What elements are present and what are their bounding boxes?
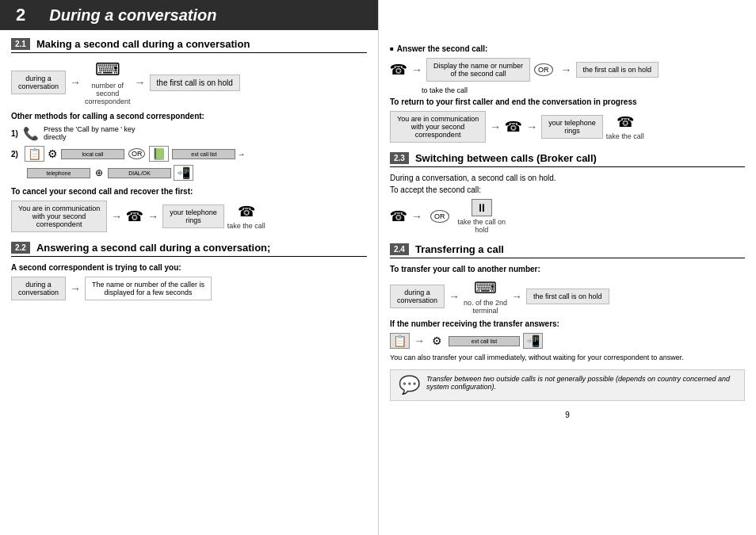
or-circle-broker: OR [430, 210, 449, 223]
arrow-broker1: → [411, 210, 422, 223]
section2-box2: The name or number of the caller is disp… [85, 277, 212, 300]
broker-label: take the call on hold [458, 218, 506, 234]
bullet-answer: ■ [390, 45, 394, 52]
screen-display-2: ext call list [172, 149, 235, 159]
or-circle-answer: OR [534, 63, 553, 76]
transfer-box2: the first call is on hold [526, 289, 609, 304]
handset-return-icon: ☎ [505, 118, 522, 136]
cancel-box2: your telephone rings [162, 204, 224, 228]
dial-transfer-icon: ⌨ [474, 278, 497, 297]
handset-icon-1: 📋 [25, 146, 44, 162]
dial-label: number of second correspondent [85, 82, 131, 105]
also-text: You can also transfer your call immediat… [390, 353, 745, 361]
handset-icon-cancel: ☎ [126, 208, 143, 225]
method1-label: 1) [11, 129, 18, 138]
cancel-title: To cancel your second call and recover t… [11, 187, 367, 196]
section-2-2-num: 2.2 [11, 242, 30, 254]
arrow-if1: → [414, 334, 425, 347]
handset-tf-icon: 📲 [523, 333, 543, 349]
section2-intro: A second correspondent is trying to call… [11, 263, 367, 272]
arrow-icon2: → [135, 76, 146, 89]
section-2-3-title: Switching between calls (Broker call) [415, 152, 597, 164]
handset-answer-icon: ☎ [390, 61, 407, 78]
section-2-2-title: Answering a second call during a convers… [36, 242, 270, 254]
method1-text: Press the 'Call by name ' key directly [44, 125, 135, 141]
hold-icon: ⏸ [472, 199, 492, 216]
arrow-return2: → [526, 120, 537, 133]
gear-icon: ⚙ [48, 147, 58, 160]
arrow-cancel2: → [147, 210, 158, 223]
handset-broker-icon: ☎ [390, 208, 407, 225]
or-icon: OR [128, 148, 146, 159]
arrow-answer1: → [411, 63, 422, 76]
transfer-dial-label: no. of the 2nd terminal [464, 299, 507, 315]
transfer-phone-icon: 📋 [390, 333, 410, 349]
chapter-number: 2 [16, 5, 25, 25]
phone-icon-sm: 📲 [174, 165, 193, 181]
page-number: 9 [390, 411, 745, 419]
section-2-1-title: Making a second call during a conversati… [36, 38, 250, 50]
answer-box1: Display the name or number of the second… [426, 58, 530, 82]
section-2-4-num: 2.4 [390, 243, 409, 255]
return-title: To return to your first caller and end t… [390, 97, 745, 106]
dial-icon: ⌨ [95, 59, 120, 80]
section-2-1-num: 2.1 [11, 38, 30, 50]
plus-icon: ⊕ [95, 167, 103, 178]
note-text: Transfer between two outside calls is no… [426, 375, 736, 391]
arrow-s2: → [70, 282, 81, 295]
answer-label: to take the call [422, 86, 745, 94]
cancel-box1: You are in communication with your secon… [11, 201, 107, 232]
handset-ring2-icon: ☎ [617, 113, 634, 131]
arrow-cancel1: → [111, 210, 122, 223]
section3-intro2: To accept the second call: [390, 185, 745, 194]
arrow-answer2: → [561, 63, 572, 76]
answer-box2: the first call is on hold [576, 62, 659, 78]
section-2-4-title: Transferring a call [415, 243, 504, 255]
if-title: If the number receiving the transfer ans… [390, 319, 745, 328]
gear-transfer-icon: ⚙ [432, 334, 442, 347]
arrow-sm: → [237, 150, 245, 159]
section3-intro1: During a conversation, a second call is … [390, 174, 745, 182]
during-conversation-box: during a conversation [11, 71, 66, 94]
first-call-hold-box: the first call is on hold [150, 75, 240, 91]
arrow-icon: → [70, 76, 81, 89]
take-call-label2: take the call [606, 132, 644, 140]
other-methods-text: Other methods for calling a second corre… [11, 112, 367, 120]
section-2-3-num: 2.3 [390, 152, 409, 164]
screen-display-1: local call [61, 149, 124, 159]
take-call-label: take the call [227, 222, 265, 230]
section2-box1: during a conversation [11, 277, 66, 300]
speech-bubble-icon: 💬 [399, 375, 420, 396]
answer-title: Answer the second call: [397, 44, 487, 53]
screen-name: telephone [27, 168, 90, 178]
book-icon: 📗 [149, 146, 169, 162]
method2-label: 2) [11, 150, 18, 159]
handset-ring-icon: ☎ [238, 203, 255, 220]
screen-dial: DIAL/OK [108, 168, 171, 178]
phone-key-icon: 📞 [23, 126, 39, 141]
transfer-screen: ext call list [449, 336, 520, 346]
arrow-return1: → [490, 120, 501, 133]
arrow-transfer1: → [449, 290, 460, 303]
transfer-title: To transfer your call to another number: [390, 265, 745, 273]
arrow-transfer2: → [511, 290, 522, 303]
transfer-box1: during a conversation [390, 285, 445, 308]
chapter-title: During a conversation [49, 6, 216, 25]
return-box1: You are in communication with your secon… [390, 111, 486, 143]
return-box2: your telephone rings [541, 115, 603, 139]
